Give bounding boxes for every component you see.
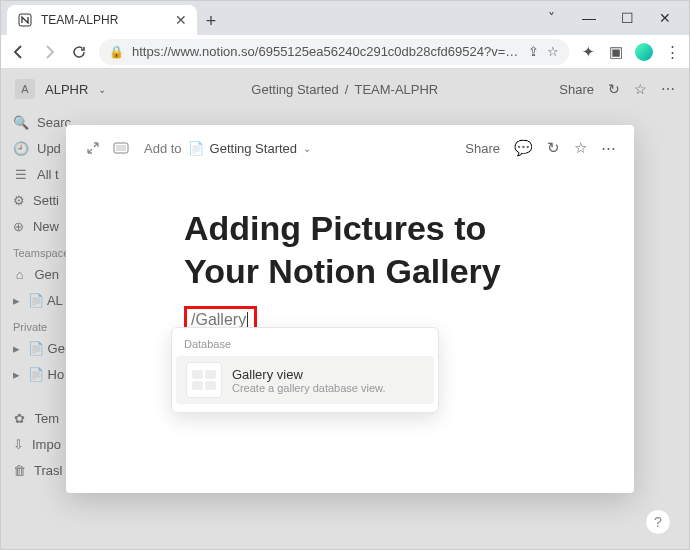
tab-close-icon[interactable]: ✕ — [175, 12, 187, 28]
modal-topbar: Add to 📄 Getting Started ⌄ Share 💬 ↻ ☆ ⋯ — [84, 139, 616, 157]
url-field[interactable]: 🔒 https://www.notion.so/6955125ea56240c2… — [99, 39, 569, 65]
comment-icon[interactable]: 💬 — [514, 139, 533, 157]
add-to-page: Getting Started — [210, 141, 297, 156]
browser-tab[interactable]: TEAM-ALPHR ✕ — [7, 5, 197, 35]
browser-urlbar: 🔒 https://www.notion.so/6955125ea56240c2… — [1, 35, 689, 69]
share-url-icon[interactable]: ⇪ — [528, 44, 539, 59]
browser-menu-icon[interactable]: ⋮ — [663, 43, 681, 61]
tab-title: TEAM-ALPHR — [41, 13, 167, 27]
add-to-control[interactable]: Add to 📄 Getting Started ⌄ — [144, 141, 311, 156]
window-close-icon[interactable]: ✕ — [647, 5, 683, 31]
title-line-2: Your Notion Gallery — [184, 252, 501, 290]
window-controls: ˅ — ☐ ✕ — [533, 5, 683, 31]
notion-favicon-icon — [17, 12, 33, 28]
popup-item-text: Gallery view Create a gallery database v… — [232, 362, 385, 398]
url-text: https://www.notion.so/6955125ea56240c291… — [132, 44, 520, 59]
modal-actions: Share 💬 ↻ ☆ ⋯ — [465, 139, 616, 157]
peek-mode-icon[interactable] — [112, 139, 130, 157]
popup-item-gallery-view[interactable]: Gallery view Create a gallery database v… — [176, 356, 434, 404]
expand-icon[interactable] — [84, 139, 102, 157]
slash-command-popup: Database Gallery view Create a gallery d… — [171, 327, 439, 413]
star-icon[interactable]: ☆ — [574, 139, 587, 157]
history-icon[interactable]: ↻ — [547, 139, 560, 157]
gallery-view-icon — [186, 362, 222, 398]
window-chevron-icon[interactable]: ˅ — [533, 5, 569, 31]
browser-titlebar: TEAM-ALPHR ✕ + ˅ — ☐ ✕ — [1, 1, 689, 35]
modal-share-button[interactable]: Share — [465, 141, 500, 156]
page-title[interactable]: Adding Pictures to Your Notion Gallery — [184, 207, 526, 292]
forward-button[interactable] — [39, 42, 59, 62]
reload-button[interactable] — [69, 42, 89, 62]
lock-icon: 🔒 — [109, 45, 124, 59]
extension-icons: ✦ ▣ ⋮ — [579, 43, 681, 61]
modal-more-icon[interactable]: ⋯ — [601, 139, 616, 157]
popup-item-title: Gallery view — [232, 367, 385, 382]
svg-rect-2 — [116, 145, 126, 151]
star-url-icon[interactable]: ☆ — [547, 44, 559, 59]
chevron-down-icon: ⌄ — [303, 143, 311, 154]
page-icon: 📄 — [188, 141, 204, 156]
popup-item-subtitle: Create a gallery database view. — [232, 382, 385, 394]
puzzle-icon[interactable]: ✦ — [579, 43, 597, 61]
title-line-1: Adding Pictures to — [184, 209, 486, 247]
add-to-label: Add to — [144, 141, 182, 156]
slash-text: /Gallery — [191, 311, 246, 328]
window-minimize-icon[interactable]: — — [571, 5, 607, 31]
page-content: Adding Pictures to Your Notion Gallery /… — [84, 157, 616, 335]
window-maximize-icon[interactable]: ☐ — [609, 5, 645, 31]
extension-square-icon[interactable]: ▣ — [607, 43, 625, 61]
popup-section-label: Database — [172, 336, 438, 356]
new-tab-button[interactable]: + — [197, 7, 225, 35]
extension-round-icon[interactable] — [635, 43, 653, 61]
help-button[interactable]: ? — [645, 509, 671, 535]
page-modal: Add to 📄 Getting Started ⌄ Share 💬 ↻ ☆ ⋯… — [66, 125, 634, 493]
back-button[interactable] — [9, 42, 29, 62]
